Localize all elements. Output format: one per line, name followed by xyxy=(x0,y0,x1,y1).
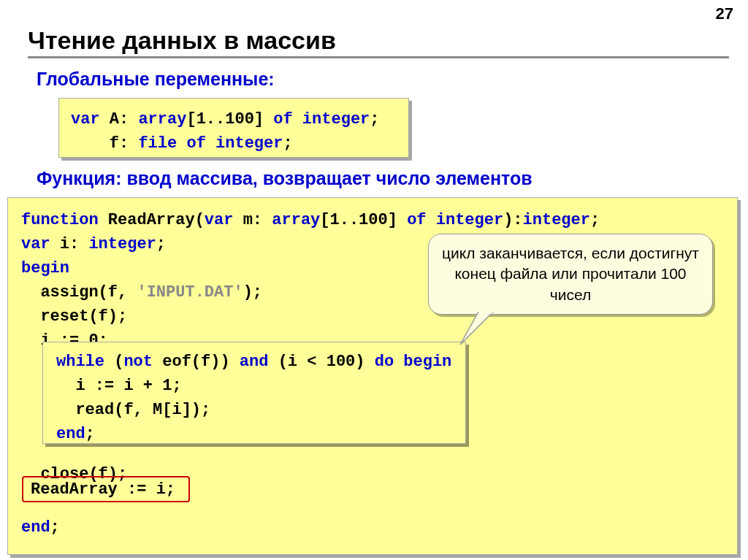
code-line: i := i + 1; xyxy=(56,374,452,398)
code-line: end; xyxy=(56,422,452,446)
kw: var xyxy=(21,235,50,253)
subtitle-function: Функция: ввод массива, возвращает число … xyxy=(37,168,533,189)
kw: of integer xyxy=(407,211,503,229)
kw: begin xyxy=(21,259,69,277)
code-line: end; xyxy=(21,515,724,540)
svg-marker-0 xyxy=(460,312,493,345)
kw: file of integer xyxy=(138,134,283,153)
txt: ; xyxy=(370,110,379,129)
kw: not xyxy=(123,353,153,371)
code-box-global-vars: var A: array[1..100] of integer; f: file… xyxy=(58,98,409,158)
code-line: read(f, M[i]); xyxy=(56,398,452,422)
txt: m: xyxy=(233,211,272,229)
kw: function xyxy=(21,211,99,229)
code-line: while (not eof(f)) and (i < 100) do begi… xyxy=(56,350,452,374)
txt: ( xyxy=(104,353,123,371)
txt: eof(f)) xyxy=(153,353,240,371)
code-line: f: file of integer; xyxy=(71,131,397,156)
code-box-while-loop: while (not eof(f)) and (i < 100) do begi… xyxy=(42,342,466,444)
subtitle-global-vars: Глобальные переменные: xyxy=(37,69,275,90)
code-line: var A: array[1..100] of integer; xyxy=(71,107,397,131)
kw: while xyxy=(56,353,104,371)
txt: ); xyxy=(243,283,262,302)
kw: end xyxy=(56,425,85,443)
page-title: Чтение данных в массив xyxy=(28,26,729,58)
txt: (i < 100) xyxy=(268,353,374,371)
txt: ): xyxy=(503,211,522,229)
kw: end xyxy=(21,518,50,537)
txt: i: xyxy=(50,235,89,253)
txt: ; xyxy=(590,211,600,229)
txt: ; xyxy=(50,518,60,537)
txt: A: xyxy=(100,110,139,129)
txt: [1..100] xyxy=(186,110,273,129)
kw: and xyxy=(240,353,269,371)
kw: var xyxy=(71,110,100,129)
kw: of integer xyxy=(273,110,370,129)
highlighted-return: ReadArray := i; xyxy=(22,476,190,502)
kw: array xyxy=(272,211,320,229)
txt: [1..100] xyxy=(320,211,407,229)
txt: ; xyxy=(156,235,166,253)
kw: integer xyxy=(88,235,156,253)
txt: ReadArray( xyxy=(99,211,205,229)
txt: ; xyxy=(85,425,95,443)
kw: do begin xyxy=(375,353,452,371)
kw: var xyxy=(205,211,234,229)
kw: array xyxy=(138,110,186,129)
callout-tail xyxy=(457,312,500,348)
kw: integer xyxy=(523,211,590,229)
txt: f: xyxy=(71,134,138,153)
code-line: function ReadArray(var m: array[1..100] … xyxy=(21,208,724,232)
string-literal: 'INPUT.DAT' xyxy=(137,283,243,302)
txt: assign(f, xyxy=(21,283,137,302)
callout-note: цикл заканчивается, если достигнут конец… xyxy=(428,234,713,315)
txt: ; xyxy=(283,134,292,153)
page-number: 27 xyxy=(716,4,733,23)
